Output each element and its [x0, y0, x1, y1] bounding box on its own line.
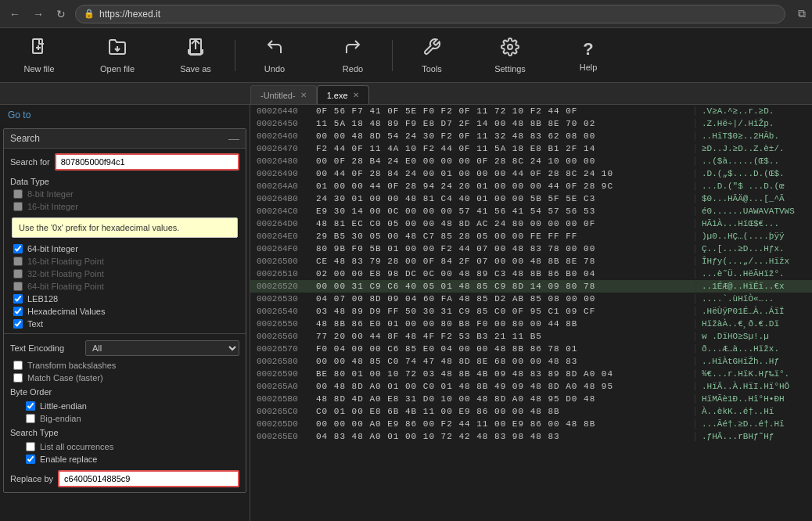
- search-input[interactable]: [55, 153, 239, 171]
- hex-bytes: F0 04 00 00 C6 85 E0 04 00 00 48 8B 86 7…: [313, 344, 695, 354]
- checkbox-32fp-input[interactable]: [13, 269, 23, 278]
- hex-row[interactable]: 0002655048 8B 86 E0 01 00 00 80 B8 F0 00…: [250, 318, 812, 330]
- settings-button[interactable]: Settings: [471, 28, 549, 83]
- hex-row[interactable]: 00026500CE 48 83 79 28 00 0F 84 2F 07 00…: [250, 255, 812, 268]
- redo-button[interactable]: Redo: [314, 28, 392, 83]
- hex-bytes: 00 44 0F 28 84 24 00 01 00 00 00 44 0F 2…: [313, 169, 695, 178]
- hex-row[interactable]: 000264A001 00 00 44 0F 28 94 24 20 01 00…: [250, 180, 812, 192]
- hex-row[interactable]: 0002658000 00 48 85 C0 74 47 48 8D 8E 68…: [250, 355, 812, 368]
- hex-row[interactable]: 00026570F0 04 00 00 C6 85 E0 04 00 00 48…: [250, 343, 812, 355]
- big-endian-input[interactable]: [26, 414, 35, 423]
- big-endian-label: Big-endian: [40, 414, 81, 423]
- hex-ascii: )µ0..HÇ…(....þÿÿ: [695, 232, 812, 241]
- checkbox-hex-input[interactable]: [13, 307, 23, 316]
- svg-point-6: [508, 45, 512, 49]
- hex-row[interactable]: 0002652000 00 31 C9 C6 40 05 01 48 85 C9…: [250, 280, 812, 293]
- hex-bytes: 00 00 48 85 C0 74 47 48 8D 8E 68 00 00 4…: [313, 357, 695, 366]
- tab-exe[interactable]: 1.exe ✕: [317, 85, 369, 104]
- hex-bytes: 24 30 01 00 00 48 81 C4 40 01 00 00 5B 5…: [313, 194, 695, 203]
- hex-bytes: C0 01 00 E8 6B 4B 11 00 E9 86 00 00 48 8…: [313, 407, 695, 416]
- hex-address: 000264D0: [250, 219, 313, 228]
- hex-address: 00026450: [250, 119, 313, 128]
- match-case-row: Match Case (faster): [4, 372, 246, 384]
- checkbox-64fp-input[interactable]: [13, 282, 23, 291]
- settings-label: Settings: [494, 64, 526, 74]
- save-as-label: Save as: [180, 64, 211, 74]
- hex-row[interactable]: 0002646000 00 48 8D 54 24 30 F2 0F 11 32…: [250, 130, 812, 142]
- hex-row[interactable]: 00026590BE 80 01 00 10 72 03 48 8B 4B 09…: [250, 368, 812, 380]
- checkbox-leb128-input[interactable]: [13, 294, 23, 304]
- replace-by-row: Replace by: [4, 465, 246, 492]
- list-all-input[interactable]: [26, 442, 35, 451]
- tab-untitled-close[interactable]: ✕: [300, 91, 307, 99]
- hex-row[interactable]: 0002654003 48 89 D9 FF 50 30 31 C9 85 C0…: [250, 305, 812, 318]
- hex-bytes: 04 07 00 8D 09 04 60 FA 48 85 D2 AB 85 0…: [313, 294, 695, 304]
- hex-row[interactable]: 000264400F 56 F7 41 0F 5E F0 F2 0F 11 72…: [250, 105, 812, 117]
- hex-ascii: ¾€...r.HïK.Hƒ‰ï°.: [695, 369, 812, 379]
- hex-row[interactable]: 000264D048 81 EC C0 05 00 00 48 8D AC 24…: [250, 217, 812, 230]
- hex-row[interactable]: 000265B048 8D 4D A0 E8 31 D0 10 00 48 8D…: [250, 393, 812, 405]
- checkbox-64bit-input[interactable]: [13, 244, 23, 253]
- hex-row[interactable]: 0002651002 00 00 E8 98 DC 0C 00 48 89 C3…: [250, 268, 812, 280]
- checkbox-64fp-label: 64-bit Floating Point: [27, 282, 104, 291]
- hex-row[interactable]: 000265C0C0 01 00 E8 6B 4B 11 00 E9 86 00…: [250, 405, 812, 418]
- refresh-button[interactable]: ↻: [53, 5, 69, 23]
- hex-row[interactable]: 0002648000 0F 28 B4 24 E0 00 00 00 0F 28…: [250, 155, 812, 167]
- hex-row[interactable]: 0002656077 20 00 44 8F 48 4F F2 53 B3 21…: [250, 330, 812, 343]
- tab-exe-close[interactable]: ✕: [353, 91, 359, 99]
- hex-row[interactable]: 000265E004 83 48 A0 01 00 10 72 42 48 83…: [250, 430, 812, 443]
- tools-button[interactable]: Tools: [393, 28, 471, 83]
- hex-address: 00026510: [250, 269, 313, 278]
- hex-row[interactable]: 00026470F2 44 0F 11 4A 10 F2 44 0F 11 5A…: [250, 142, 812, 155]
- help-button[interactable]: ? Help: [549, 28, 627, 83]
- big-endian-row: Big-endian: [4, 412, 246, 425]
- hex-bytes: 48 81 EC C0 05 00 00 48 8D AC 24 80 00 0…: [313, 219, 695, 228]
- checkbox-16bit-input[interactable]: [13, 202, 23, 211]
- search-title: Search: [10, 133, 40, 144]
- hex-bytes: 48 8B 86 E0 01 00 00 80 B8 F0 00 80 00 4…: [313, 319, 695, 329]
- url-bar[interactable]: 🔒 https://hexed.it: [75, 5, 785, 23]
- text-encoding-select[interactable]: All UTF-8 ASCII UTF-16: [85, 340, 239, 356]
- undo-button[interactable]: Undo: [235, 28, 314, 83]
- checkbox-16fp-input[interactable]: [13, 257, 23, 266]
- hex-content[interactable]: 000264400F 56 F7 41 0F 5E F0 F2 0F 11 72…: [250, 105, 812, 521]
- hex-address: 00026440: [250, 106, 313, 116]
- hex-row[interactable]: 0002653004 07 00 8D 09 04 60 FA 48 85 D2…: [250, 293, 812, 305]
- help-icon: ?: [583, 39, 593, 59]
- transform-backslashes-input[interactable]: [13, 361, 23, 370]
- hex-row[interactable]: 000264F080 9B F0 5B 01 00 00 F2 44 07 00…: [250, 243, 812, 255]
- hex-row[interactable]: 000264C0E9 30 14 00 0C 00 00 00 57 41 56…: [250, 205, 812, 217]
- checkbox-hex: Hexadecimal Values: [4, 305, 246, 318]
- hex-row[interactable]: 000264B024 30 01 00 00 48 81 C4 40 01 00…: [250, 192, 812, 205]
- redo-label: Redo: [343, 64, 363, 74]
- checkbox-8bit-input[interactable]: [13, 189, 23, 199]
- enable-replace-row: Enable replace: [4, 453, 246, 465]
- enable-replace-input[interactable]: [26, 455, 35, 464]
- open-file-button[interactable]: Open file: [78, 28, 156, 83]
- hex-address: 000265E0: [250, 432, 313, 441]
- hex-row[interactable]: 000264E029 B5 30 05 00 48 C7 85 28 05 00…: [250, 230, 812, 243]
- tab-untitled[interactable]: -Untitled- ✕: [250, 85, 317, 104]
- hex-row[interactable]: 0002649000 44 0F 28 84 24 00 01 00 00 00…: [250, 167, 812, 180]
- hex-row[interactable]: 000265D000 00 00 A0 E9 86 00 F2 44 11 00…: [250, 418, 812, 430]
- text-encoding-label: Text Encoding: [10, 343, 81, 353]
- match-case-label: Match Case (faster): [27, 373, 103, 383]
- back-button[interactable]: ←: [6, 5, 23, 23]
- hex-row[interactable]: 0002645011 5A 18 48 89 F9 E8 D7 2F 14 00…: [250, 117, 812, 130]
- search-collapse-button[interactable]: —: [228, 132, 239, 145]
- hex-panel: 000264400F 56 F7 41 0F 5E F0 F2 0F 11 72…: [250, 105, 812, 521]
- hex-row[interactable]: 000265A000 48 8D A0 01 00 C0 01 48 8B 49…: [250, 380, 812, 393]
- data-type-label: Data Type: [4, 175, 246, 188]
- checkbox-16bit-label: 16-bit Integer: [27, 202, 78, 211]
- save-as-button[interactable]: Save as: [156, 28, 235, 83]
- goto-link[interactable]: Go to: [0, 105, 250, 125]
- checkbox-text-input[interactable]: [13, 319, 23, 329]
- new-file-button[interactable]: New file: [0, 28, 78, 83]
- checkbox-hex-label: Hexadecimal Values: [27, 307, 105, 316]
- replace-input[interactable]: [58, 470, 239, 487]
- little-endian-input[interactable]: [26, 401, 35, 411]
- help-label: Help: [580, 63, 598, 72]
- hex-ascii: .V≥A.^≥..r.≥D.: [695, 106, 812, 116]
- match-case-input[interactable]: [13, 373, 23, 383]
- forward-button[interactable]: →: [30, 5, 47, 23]
